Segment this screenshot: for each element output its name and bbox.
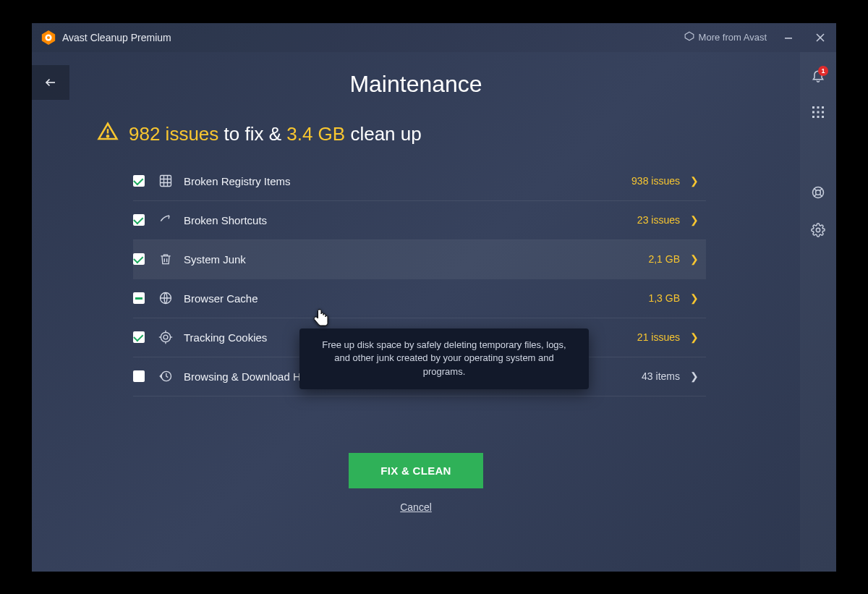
app-title: Avast Cleanup Premium — [62, 32, 171, 43]
avast-logo-icon — [41, 30, 56, 46]
trash-icon — [158, 252, 174, 266]
svg-rect-24 — [817, 111, 820, 113]
close-button[interactable] — [810, 27, 830, 48]
row-value: 43 items — [642, 370, 680, 382]
svg-point-2 — [47, 35, 50, 38]
row-label: Browser Cache — [184, 292, 258, 305]
cancel-link[interactable]: Cancel — [400, 501, 432, 513]
avast-mini-icon — [684, 31, 694, 43]
chevron-right-icon[interactable]: ❯ — [690, 253, 699, 265]
chevron-right-icon[interactable]: ❯ — [690, 292, 699, 304]
fix-clean-button[interactable]: FIX & CLEAN — [349, 453, 482, 488]
titlebar: Avast Cleanup Premium More from Avast — [32, 23, 836, 52]
svg-rect-22 — [822, 106, 824, 109]
row-value: 23 issues — [637, 214, 680, 226]
checkbox[interactable] — [133, 370, 145, 382]
svg-rect-21 — [817, 106, 820, 109]
svg-rect-27 — [817, 116, 820, 118]
notifications-button[interactable]: 1 — [811, 68, 825, 85]
globe-icon — [158, 291, 174, 305]
row-value: 1,3 GB — [648, 292, 680, 304]
svg-point-14 — [163, 335, 168, 339]
right-sidebar: 1 — [800, 52, 836, 572]
chevron-right-icon[interactable]: ❯ — [690, 175, 699, 187]
row-label: Broken Registry Items — [184, 175, 291, 187]
svg-marker-3 — [685, 32, 694, 41]
svg-rect-23 — [812, 111, 814, 113]
more-from-avast-label: More from Avast — [699, 32, 767, 43]
tooltip: Free up disk space by safely deleting te… — [299, 328, 589, 390]
checkbox[interactable] — [133, 175, 145, 187]
row-value: 2,1 GB — [648, 253, 680, 265]
checkbox[interactable] — [133, 214, 145, 226]
svg-rect-11 — [161, 176, 171, 187]
summary-tail: clean up — [345, 123, 422, 145]
chevron-right-icon[interactable]: ❯ — [690, 370, 699, 382]
row-value: 21 issues — [637, 331, 680, 343]
app-logo: Avast Cleanup Premium — [41, 30, 171, 46]
back-button[interactable] — [32, 65, 69, 100]
row-browser-cache[interactable]: Browser Cache 1,3 GB ❯ — [133, 279, 706, 318]
apps-grid-button[interactable] — [812, 106, 825, 122]
checkbox[interactable] — [133, 253, 145, 265]
checkbox[interactable] — [133, 292, 145, 304]
minimize-button[interactable] — [778, 27, 799, 48]
row-label: System Junk — [184, 253, 246, 266]
chevron-right-icon[interactable]: ❯ — [690, 214, 699, 226]
summary-line: 982 issues to fix & 3.4 GB clean up — [97, 121, 771, 148]
app-window: Avast Cleanup Premium More from Avast Ma… — [32, 23, 836, 572]
history-icon — [158, 369, 174, 383]
checkbox[interactable] — [133, 331, 145, 343]
registry-icon — [158, 174, 174, 188]
more-from-avast-link[interactable]: More from Avast — [684, 31, 767, 43]
svg-point-35 — [816, 228, 820, 232]
svg-point-13 — [161, 332, 170, 341]
shortcut-icon — [158, 213, 174, 227]
settings-gear-button[interactable] — [811, 223, 825, 240]
help-lifebuoy-button[interactable] — [811, 185, 825, 203]
page-title: Maintenance — [61, 71, 771, 98]
target-icon — [158, 330, 174, 344]
svg-point-10 — [107, 135, 109, 137]
svg-rect-28 — [822, 116, 824, 118]
row-broken-shortcuts[interactable]: Broken Shortcuts 23 issues ❯ — [133, 201, 706, 240]
svg-rect-25 — [822, 111, 824, 113]
notification-badge: 1 — [818, 66, 828, 76]
warning-icon — [97, 121, 119, 148]
svg-point-30 — [816, 190, 821, 195]
chevron-right-icon[interactable]: ❯ — [690, 331, 699, 343]
summary-issues: 982 issues — [129, 123, 218, 145]
summary-mid: to fix & — [218, 123, 286, 145]
row-system-junk[interactable]: System Junk 2,1 GB ❯ — [133, 240, 706, 279]
row-label: Broken Shortcuts — [184, 214, 267, 226]
row-label: Tracking Cookies — [184, 331, 267, 344]
pointer-cursor-icon — [312, 308, 330, 331]
row-value: 938 issues — [631, 175, 680, 187]
summary-size: 3.4 GB — [286, 123, 345, 145]
svg-rect-20 — [812, 106, 814, 109]
svg-rect-4 — [785, 38, 792, 39]
svg-rect-26 — [812, 116, 814, 118]
row-broken-registry[interactable]: Broken Registry Items 938 issues ❯ — [133, 162, 706, 201]
